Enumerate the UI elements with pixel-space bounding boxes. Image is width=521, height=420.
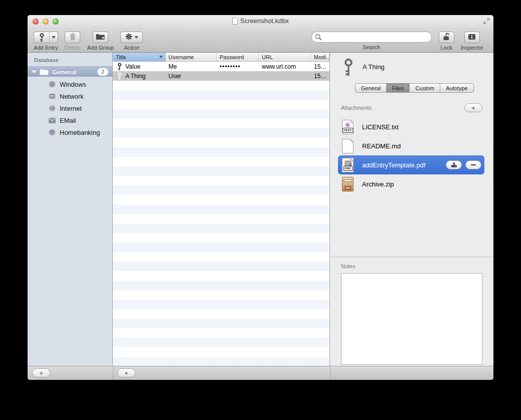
chevron-down-icon bbox=[134, 36, 138, 39]
inspector-panel: A Thing General Files Custom Autotype At… bbox=[330, 53, 493, 366]
sort-arrow-icon bbox=[159, 56, 163, 58]
sidebar-item-icon bbox=[48, 105, 56, 112]
column-header-label: Username bbox=[168, 54, 194, 60]
column-header[interactable]: Username bbox=[165, 53, 217, 61]
fullscreen-icon[interactable] bbox=[483, 18, 490, 27]
txt-flower-art: ✻ bbox=[345, 121, 351, 128]
inspector-tab[interactable]: Custom bbox=[410, 84, 440, 92]
table-header: Title Username Password URL bbox=[113, 53, 329, 62]
add-entry-plus-button[interactable]: + bbox=[117, 368, 135, 377]
notes-textarea[interactable] bbox=[341, 273, 482, 365]
column-header-label: Modi… bbox=[314, 54, 329, 60]
action-button[interactable] bbox=[120, 32, 143, 43]
sidebar-item[interactable]: Internet bbox=[28, 102, 112, 114]
action-label: Action bbox=[124, 45, 139, 51]
cell-modified: 15… bbox=[311, 63, 329, 70]
attachments-list: ✻TEXT LICENSE.txt bbox=[338, 117, 484, 193]
key-icon bbox=[343, 58, 354, 79]
lock-button[interactable] bbox=[439, 32, 454, 43]
cell-username: Me bbox=[165, 63, 217, 70]
sidebar-item-label: Network bbox=[60, 93, 84, 100]
inspector-button[interactable] bbox=[464, 32, 480, 43]
search-input[interactable] bbox=[311, 32, 432, 43]
attachment-name: Archive.zip bbox=[362, 180, 394, 188]
folder-icon bbox=[40, 69, 49, 75]
cell-title: Value bbox=[125, 63, 140, 70]
add-entry-toolbar-item: Add Entry bbox=[34, 32, 58, 51]
lock-icon bbox=[443, 33, 450, 43]
action-toolbar-item: Action bbox=[120, 32, 143, 51]
sidebar-item-label: Internet bbox=[60, 105, 82, 112]
disclosure-triangle-icon[interactable] bbox=[32, 70, 37, 73]
sidebar-section-header: Database bbox=[28, 53, 112, 63]
table-row[interactable]: Value Me •••••••• www.url.com 15… bbox=[113, 62, 329, 71]
column-header-label: Password bbox=[220, 54, 244, 60]
sidebar-item-label: EMail bbox=[60, 117, 76, 124]
attachment-row[interactable]: Archive.zip bbox=[338, 174, 484, 193]
trash-icon bbox=[69, 33, 76, 43]
column-header[interactable]: Password bbox=[217, 53, 259, 61]
entry-title: A Thing bbox=[363, 63, 385, 71]
sidebar-group-general[interactable]: General 2 bbox=[28, 66, 112, 77]
search-toolbar-item: Search bbox=[311, 32, 432, 50]
attachment-row[interactable]: README.md bbox=[338, 136, 484, 155]
lock-label: Lock bbox=[441, 45, 452, 51]
column-header[interactable]: Title bbox=[113, 53, 165, 61]
sidebar-item-label: Windows bbox=[60, 81, 86, 88]
sidebar-item[interactable]: EMail bbox=[28, 114, 112, 126]
table-body[interactable]: Value Me •••••••• www.url.com 15… bbox=[113, 62, 329, 366]
inspector-toolbar-item: Inspector bbox=[461, 32, 483, 51]
cell-modified: 15… bbox=[311, 73, 329, 80]
attachment-row[interactable]: ✻TEXT LICENSE.txt bbox=[338, 117, 484, 136]
search-label: Search bbox=[363, 44, 380, 50]
sidebar-item[interactable]: Homebanking bbox=[28, 126, 112, 138]
delete-button[interactable] bbox=[65, 32, 80, 43]
column-header[interactable]: URL bbox=[259, 53, 311, 61]
key-icon bbox=[34, 32, 49, 43]
content-area: Database General 2 bbox=[28, 53, 493, 366]
txt-banner: TEXT bbox=[342, 128, 353, 133]
sidebar-item-icon bbox=[48, 93, 56, 100]
lock-toolbar-item: Lock bbox=[439, 32, 454, 51]
entry-table: Title Username Password URL bbox=[113, 53, 330, 366]
table-row[interactable]: A Thing User 15… bbox=[113, 71, 329, 81]
minus-icon bbox=[471, 164, 476, 165]
sidebar-item[interactable]: Windows bbox=[28, 78, 112, 90]
column-header-label: Title bbox=[116, 54, 126, 60]
notes-label: Notes bbox=[341, 263, 356, 269]
toolbar: Add Entry Delete Add Group bbox=[28, 28, 493, 53]
save-attachment-button[interactable] bbox=[446, 160, 462, 169]
inspector-tab[interactable]: Autotype bbox=[440, 84, 473, 92]
add-group-toolbar-item: Add Group bbox=[87, 32, 114, 51]
cell-username: User bbox=[165, 73, 217, 80]
attachment-row[interactable]: PDF addEntryTemplate.pdf bbox=[338, 155, 484, 174]
inspector-tab[interactable]: Files bbox=[387, 84, 410, 92]
gear-icon bbox=[125, 33, 132, 42]
chevron-down-icon bbox=[52, 36, 56, 39]
add-group-button[interactable] bbox=[93, 32, 108, 43]
sidebar-item[interactable]: Network bbox=[28, 90, 112, 102]
attachment-actions bbox=[446, 160, 481, 169]
attachments-header: Attachments + bbox=[341, 103, 482, 112]
sidebar-group-label: General bbox=[52, 68, 76, 76]
sidebar: Database General 2 bbox=[28, 53, 113, 366]
cell-url: www.url.com bbox=[259, 63, 311, 70]
add-attachment-button[interactable]: + bbox=[464, 103, 482, 112]
title-bar[interactable]: Screenshot.kdbx bbox=[28, 15, 493, 28]
add-entry-button[interactable] bbox=[34, 32, 58, 43]
remove-attachment-button[interactable] bbox=[465, 160, 481, 169]
add-group-plus-button[interactable]: + bbox=[32, 368, 50, 377]
notes-section: Notes bbox=[330, 257, 493, 366]
attachment-name: addEntryTemplate.pdf bbox=[362, 161, 425, 169]
sidebar-item-icon bbox=[48, 129, 56, 136]
add-entry-label: Add Entry bbox=[34, 45, 58, 51]
add-entry-dropdown[interactable] bbox=[49, 32, 58, 43]
file-icon bbox=[342, 177, 354, 191]
document-icon bbox=[232, 18, 238, 25]
inspector-tab[interactable]: General bbox=[356, 84, 387, 92]
file-icon: PDF bbox=[342, 158, 354, 172]
attachments-label: Attachments bbox=[341, 105, 372, 111]
file-icon bbox=[342, 139, 354, 153]
column-header[interactable]: Modi… bbox=[311, 53, 329, 61]
folder-plus-icon bbox=[96, 33, 105, 42]
